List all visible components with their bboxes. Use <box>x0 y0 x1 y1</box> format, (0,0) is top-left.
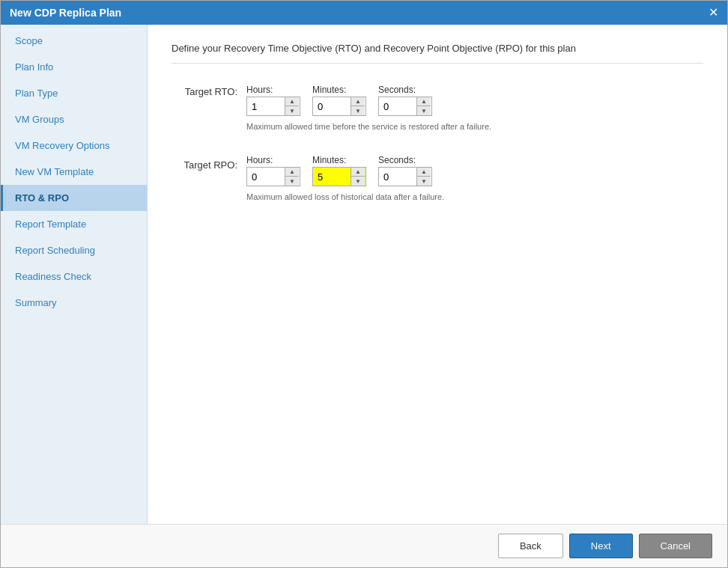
rto-hours-unit: Hours: ▲ ▼ <box>246 85 300 116</box>
rpo-seconds-input[interactable] <box>379 168 416 186</box>
rpo-minutes-input[interactable] <box>313 168 351 186</box>
rto-minutes-unit: Minutes: ▲ ▼ <box>312 85 366 116</box>
rpo-minutes-unit: Minutes: ▲ ▼ <box>312 155 366 186</box>
rto-seconds-buttons: ▲ ▼ <box>416 97 431 115</box>
rto-spinners: Hours: ▲ ▼ <box>246 82 432 116</box>
rto-hours-wrap: ▲ ▼ <box>246 97 300 116</box>
dialog-body: Scope Plan Info Plan Type VM Groups VM R… <box>1 25 727 524</box>
back-button[interactable]: Back <box>498 534 563 558</box>
next-button[interactable]: Next <box>569 534 633 558</box>
rpo-field-row: Target RPO: Hours: ▲ ▼ <box>172 155 703 186</box>
sidebar: Scope Plan Info Plan Type VM Groups VM R… <box>1 25 148 524</box>
sidebar-item-vm-groups[interactable]: VM Groups <box>1 106 147 132</box>
rpo-minutes-up[interactable]: ▲ <box>351 168 365 177</box>
sidebar-item-new-vm-template[interactable]: New VM Template <box>1 159 147 185</box>
rpo-seconds-buttons: ▲ ▼ <box>416 168 431 186</box>
rto-hours-label: Hours: <box>246 85 300 95</box>
rto-section: Target RTO: Hours: <box>172 82 703 131</box>
rto-seconds-up[interactable]: ▲ <box>417 97 431 106</box>
sidebar-item-report-scheduling[interactable]: Report Scheduling <box>1 237 147 263</box>
title-bar: New CDP Replica Plan ✕ <box>1 1 727 25</box>
rto-hours-buttons: ▲ ▼ <box>285 97 299 115</box>
dialog-title: New CDP Replica Plan <box>10 7 121 19</box>
rpo-seconds-down[interactable]: ▼ <box>417 177 431 186</box>
rpo-seconds-up[interactable]: ▲ <box>417 168 431 177</box>
rto-minutes-down[interactable]: ▼ <box>351 106 365 115</box>
rpo-section: Target RPO: Hours: ▲ ▼ <box>172 155 703 201</box>
rto-minutes-wrap: ▲ ▼ <box>312 97 366 116</box>
rpo-hours-unit: Hours: ▲ ▼ <box>246 155 300 186</box>
sidebar-item-report-template[interactable]: Report Template <box>1 211 147 237</box>
rto-seconds-unit: Seconds: ▲ ▼ <box>378 85 432 116</box>
dialog-footer: Back Next Cancel <box>1 524 727 567</box>
rpo-seconds-unit: Seconds: ▲ ▼ <box>378 155 432 186</box>
rto-minutes-input[interactable] <box>313 98 351 115</box>
rpo-hours-up[interactable]: ▲ <box>285 168 299 177</box>
rto-minutes-up[interactable]: ▲ <box>351 97 365 106</box>
rpo-spinners-inputs: Hours: ▲ ▼ <box>246 155 432 186</box>
new-cdp-replica-plan-dialog: New CDP Replica Plan ✕ Scope Plan Info P… <box>0 0 728 568</box>
rpo-hours-input[interactable] <box>247 168 285 186</box>
close-button[interactable]: ✕ <box>709 7 718 19</box>
sidebar-item-vm-recovery-options[interactable]: VM Recovery Options <box>1 132 147 159</box>
rpo-minutes-wrap: ▲ ▼ <box>312 167 366 186</box>
rpo-hours-label: Hours: <box>246 155 300 165</box>
cancel-button[interactable]: Cancel <box>639 534 712 558</box>
rto-hours-up[interactable]: ▲ <box>285 97 299 106</box>
rpo-hours-wrap: ▲ ▼ <box>246 167 300 186</box>
main-content: Define your Recovery Time Objective (RTO… <box>148 25 727 524</box>
rpo-minutes-down[interactable]: ▼ <box>351 177 365 186</box>
rto-hours-input[interactable] <box>247 98 285 115</box>
sidebar-item-plan-info[interactable]: Plan Info <box>1 54 147 80</box>
rpo-minutes-buttons: ▲ ▼ <box>351 168 365 186</box>
rpo-hours-buttons: ▲ ▼ <box>285 168 299 186</box>
rto-hours-down[interactable]: ▼ <box>285 106 299 115</box>
rto-seconds-input[interactable] <box>379 98 416 115</box>
rpo-seconds-label: Seconds: <box>378 155 432 165</box>
rpo-hours-down[interactable]: ▼ <box>285 177 299 186</box>
rpo-minutes-label: Minutes: <box>312 155 366 165</box>
sidebar-item-plan-type[interactable]: Plan Type <box>1 80 147 106</box>
rpo-label: Target RPO: <box>172 155 246 171</box>
rpo-spinners: Hours: ▲ ▼ <box>246 155 432 186</box>
sidebar-item-summary[interactable]: Summary <box>1 290 147 316</box>
rto-field-row: Target RTO: Hours: <box>172 82 703 116</box>
sidebar-item-scope[interactable]: Scope <box>1 28 147 54</box>
rpo-seconds-wrap: ▲ ▼ <box>378 167 432 186</box>
rto-seconds-wrap: ▲ ▼ <box>378 97 432 116</box>
rto-hint: Maximum allowed time before the service … <box>246 122 703 131</box>
sidebar-item-rto-rpo[interactable]: RTO & RPO <box>1 185 147 211</box>
rto-seconds-down[interactable]: ▼ <box>417 106 431 115</box>
rto-minutes-label: Minutes: <box>312 85 366 95</box>
sidebar-item-readiness-check[interactable]: Readiness Check <box>1 263 147 290</box>
rpo-hint: Maximum allowed loss of historical data … <box>246 192 703 201</box>
rto-minutes-buttons: ▲ ▼ <box>351 97 365 115</box>
rto-spinners-inputs: Hours: ▲ ▼ <box>246 85 432 116</box>
rto-label: Target RTO: <box>172 82 246 97</box>
page-description: Define your Recovery Time Objective (RTO… <box>172 43 703 64</box>
rto-seconds-label: Seconds: <box>378 85 432 95</box>
